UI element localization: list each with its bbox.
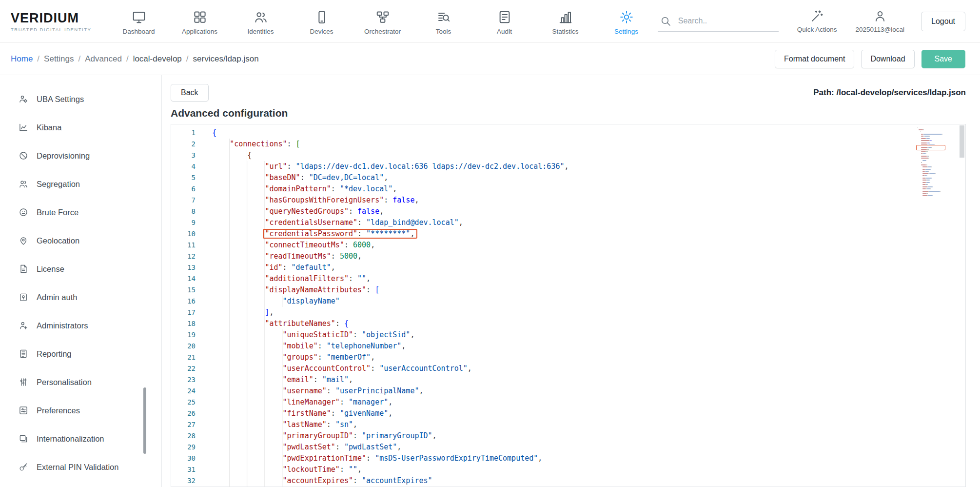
sidebar-item-admin-auth[interactable]: Admin auth [0, 283, 161, 311]
sidebar-item-label: Brute Force [37, 208, 78, 217]
nav-item-tools[interactable]: Tools [413, 8, 474, 35]
line-number: 3 [171, 150, 196, 161]
sidebar-item-brute-force[interactable]: Brute Force [0, 198, 161, 226]
line-number: 17 [171, 307, 196, 318]
code-line-31: 31 "lockoutTime": "", [171, 464, 915, 475]
body-row: UBA SettingsKibanaDeprovisioningSegregat… [0, 75, 980, 487]
line-content: "uniqueStaticID": "objectSid", [212, 329, 414, 341]
nav-item-audit[interactable]: Audit [474, 8, 535, 35]
nav-item-label: Orchestrator [364, 28, 401, 35]
line-number: 31 [171, 464, 196, 475]
nav-item-devices[interactable]: Devices [291, 8, 352, 35]
nav-item-dashboard[interactable]: Dashboard [108, 8, 169, 35]
editor-scrollbar-thumb[interactable] [960, 125, 964, 158]
breadcrumb-separator: / [126, 54, 129, 64]
sliders-box-icon [19, 406, 28, 415]
nav-item-settings[interactable]: Settings [596, 8, 657, 35]
line-number: 7 [171, 195, 196, 206]
sidebar-item-kibana[interactable]: Kibana [0, 113, 161, 142]
minimap-line [918, 195, 957, 197]
code-line-10: 10 "credentialsPassword": "********", [171, 228, 915, 240]
sidebar-scrollbar-thumb[interactable] [143, 387, 146, 454]
line-content: "username": "userPrincipalName", [212, 386, 424, 397]
download-button[interactable]: Download [861, 50, 914, 68]
user-icon [873, 9, 887, 23]
line-number: 9 [171, 217, 196, 228]
minimap-annotation-marker [916, 145, 945, 150]
sidebar-item-preferences[interactable]: Preferences [0, 396, 161, 425]
page-actions: Format document Download Save [775, 50, 965, 68]
sidebar-item-segregation[interactable]: Segregation [0, 170, 161, 198]
nav-item-label: Dashboard [122, 28, 155, 35]
code-line-5: 5 "baseDN": "DC=dev,DC=local", [171, 172, 915, 183]
line-number: 22 [171, 363, 196, 374]
sidebar: UBA SettingsKibanaDeprovisioningSegregat… [0, 75, 162, 487]
search-input[interactable] [678, 17, 764, 25]
code-line-22: 22 "userAccountControl": "userAccountCon… [171, 363, 915, 374]
sidebar-item-administrators[interactable]: Administrators [0, 311, 161, 340]
code-line-9: 9 "credentialsUsername": "ldap_bind@dev.… [171, 217, 915, 228]
nav-item-orchestrator[interactable]: Orchestrator [352, 8, 413, 35]
code-line-21: 21 "groups": "memberOf", [171, 352, 915, 363]
nav-item-label: Identities [247, 28, 274, 35]
editor-minimap[interactable] [915, 124, 959, 487]
main-content: Back Path: /local-develop/services/ldap.… [162, 75, 980, 487]
search-box [658, 11, 779, 32]
sidebar-item-radius-client[interactable]: Radius Client [0, 481, 161, 487]
nav-item-identities[interactable]: Identities [230, 8, 291, 35]
sidebar-item-uba-settings[interactable]: UBA Settings [0, 85, 161, 113]
editor-code-area[interactable]: 1{2 "connections": [3 {4 "url": "ldaps:/… [171, 124, 915, 487]
line-number: 24 [171, 386, 196, 397]
code-line-29: 29 "pwdLastSet": "pwdLastSet", [171, 442, 915, 453]
sidebar-item-reporting[interactable]: Reporting [0, 340, 161, 368]
back-button[interactable]: Back [171, 84, 209, 101]
tools-icon [436, 10, 451, 24]
nav-item-statistics[interactable]: Statistics [535, 8, 596, 35]
user-menu[interactable]: 20250113@local [856, 9, 905, 33]
line-content: "pwdExpirationTime": "msDS-UserPasswordE… [212, 453, 542, 464]
grid-icon [193, 10, 207, 24]
sidebar-item-personalisation[interactable]: Personalisation [0, 368, 161, 396]
line-content: "firstName": "givenName", [212, 408, 392, 419]
people-icon [19, 179, 28, 189]
quick-actions-label: Quick Actions [797, 26, 837, 33]
editor-scrollbar[interactable] [959, 124, 965, 487]
face-icon [19, 207, 28, 217]
audit-icon [497, 10, 512, 24]
wand-icon [810, 9, 824, 23]
breadcrumb-bar: Home/Settings/Advanced/local-develop/ser… [0, 43, 980, 75]
sidebar-item-internationalization[interactable]: Internationalization [0, 425, 161, 453]
line-number: 8 [171, 206, 196, 217]
line-number: 12 [171, 251, 196, 262]
sidebar-item-overflow[interactable] [0, 75, 161, 85]
logout-button[interactable]: Logout [921, 12, 965, 31]
line-content: "email": "mail", [212, 374, 353, 386]
line-number: 32 [171, 475, 196, 487]
breadcrumb-item-advanced[interactable]: Advanced [85, 54, 122, 64]
sliders-icon [19, 377, 28, 387]
json-editor: 1{2 "connections": [3 {4 "url": "ldaps:/… [171, 124, 966, 487]
sidebar-item-deprovisioning[interactable]: Deprovisioning [0, 142, 161, 170]
code-line-24: 24 "username": "userPrincipalName", [171, 386, 915, 397]
breadcrumb-item-home[interactable]: Home [11, 54, 33, 64]
breadcrumb-item-settings[interactable]: Settings [44, 54, 74, 64]
format-document-button[interactable]: Format document [775, 50, 854, 68]
document-icon [19, 264, 28, 274]
sidebar-item-external-pin-validation[interactable]: External PIN Validation [0, 453, 161, 481]
code-line-4: 4 "url": "ldaps://dev-dc1.dev.local:636 … [171, 161, 915, 172]
code-line-6: 6 "domainPattern": "*dev.local", [171, 183, 915, 195]
nav-item-applications[interactable]: Applications [169, 8, 230, 35]
code-line-2: 2 "connections": [ [171, 139, 915, 150]
quick-actions-button[interactable]: Quick Actions [797, 9, 837, 33]
person-plus-icon [19, 321, 28, 330]
code-line-16: 16 "displayName" [171, 296, 915, 307]
code-line-12: 12 "readTimeoutMs": 5000, [171, 251, 915, 262]
save-button[interactable]: Save [921, 50, 965, 68]
brand-tagline: TRUSTED DIGITAL IDENTITY [11, 27, 108, 32]
key-icon [19, 462, 28, 472]
sidebar-item-license[interactable]: License [0, 255, 161, 283]
sidebar-item-label: Internationalization [37, 434, 104, 444]
sidebar-item-label: Geolocation [37, 236, 79, 245]
sidebar-item-geolocation[interactable]: Geolocation [0, 226, 161, 255]
breadcrumb: Home/Settings/Advanced/local-develop/ser… [11, 54, 259, 64]
